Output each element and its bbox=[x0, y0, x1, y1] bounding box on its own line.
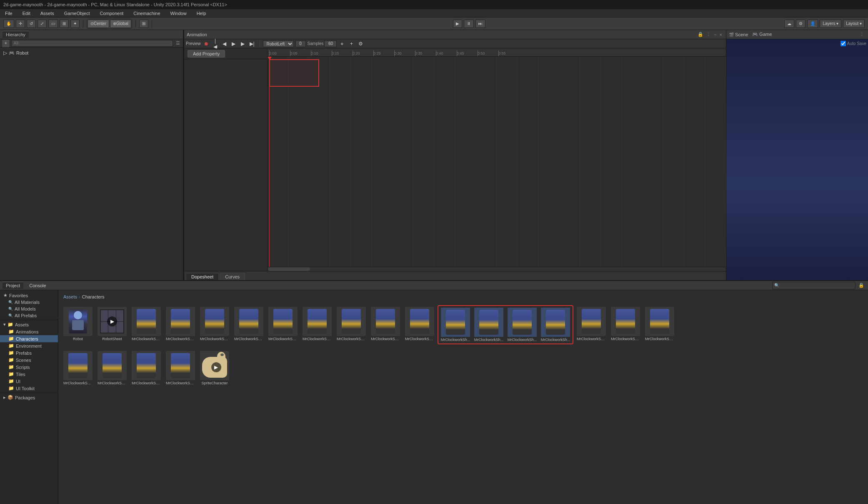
game-lock-btn[interactable]: ⋮ bbox=[858, 31, 865, 38]
pivot-space-btn[interactable]: ⊕ Global bbox=[110, 20, 131, 28]
asset-mrclock-4[interactable]: MrClockworkSh... bbox=[233, 305, 265, 344]
asset-mrclock-r2-1[interactable]: MrClockworkSh... bbox=[62, 349, 94, 387]
hierarchy-tab[interactable]: Hierarchy bbox=[3, 31, 29, 38]
anim-prev-key-btn[interactable]: |◀ bbox=[212, 40, 219, 48]
hierarchy-item-robot[interactable]: ▷ 🎮 Robot bbox=[2, 49, 181, 57]
collab-btn[interactable]: ☁ bbox=[784, 20, 794, 28]
project-tab[interactable]: Project bbox=[3, 282, 23, 289]
folder-prefabs[interactable]: 📁 Prefabs bbox=[0, 349, 58, 356]
asset-mrclock-sel-1[interactable]: MrClockworkSh... bbox=[439, 307, 472, 343]
menu-assets[interactable]: Assets bbox=[39, 10, 56, 17]
tool-rotate[interactable]: ↺ bbox=[27, 20, 36, 28]
pivot-center-btn[interactable]: ⊙ Center bbox=[88, 20, 109, 28]
anim-next-key-btn[interactable]: ▶| bbox=[248, 40, 256, 48]
tool-scale[interactable]: ⤢ bbox=[38, 20, 47, 28]
menu-component[interactable]: Component bbox=[98, 10, 125, 17]
grid-snap-btn[interactable]: ⊞ bbox=[139, 20, 148, 28]
anim-settings-btn[interactable]: ⚙ bbox=[357, 40, 364, 48]
asset-mrclock-sel-4[interactable]: MrClockworkSh... bbox=[539, 307, 572, 343]
anim-add-event-btn[interactable]: + bbox=[348, 40, 355, 48]
tool-rect[interactable]: ▭ bbox=[48, 20, 58, 28]
menu-edit[interactable]: Edit bbox=[21, 10, 32, 17]
play-btn[interactable]: ▶ bbox=[453, 20, 462, 28]
auto-save-checkbox[interactable] bbox=[840, 41, 846, 46]
asset-mrclock-r2-4[interactable]: MrClockworkSh... bbox=[164, 349, 197, 387]
anim-close-btn[interactable]: × bbox=[718, 32, 723, 38]
asset-mrclock-8[interactable]: MrClockworkSh... bbox=[369, 305, 402, 344]
timeline-ruler[interactable]: 0:00 0:05 0:10 0:15 0:20 0:25 bbox=[268, 48, 726, 57]
folder-ui[interactable]: 📁 UI bbox=[0, 378, 58, 385]
anim-prev-frame-btn[interactable]: ◀ bbox=[221, 40, 228, 48]
asset-mrclock-r2-3[interactable]: MrClockworkSh... bbox=[130, 349, 163, 387]
folder-packages[interactable]: ▸ 📦 Packages bbox=[0, 394, 58, 401]
scene-tab[interactable]: 🎬 Scene bbox=[729, 32, 748, 37]
asset-mrclock-1[interactable]: MrClockworkSh... bbox=[130, 305, 163, 344]
animation-clip-selector[interactable]: RobotLeft bbox=[263, 40, 294, 47]
folder-ui-toolkit[interactable]: 📁 UI Toolkit bbox=[0, 385, 58, 392]
tool-custom[interactable]: ✦ bbox=[70, 20, 80, 28]
asset-mrclock-10[interactable]: MrClockworkSh... bbox=[575, 305, 608, 344]
menu-gameobject[interactable]: GameObject bbox=[63, 10, 92, 17]
samples-input[interactable] bbox=[324, 40, 337, 47]
asset-mrclock-6[interactable]: MrClockworkSh... bbox=[301, 305, 333, 344]
folder-all-models[interactable]: 🔍 All Models bbox=[0, 306, 58, 312]
asset-mrclock-sel-2[interactable]: MrClockworkSh... bbox=[473, 307, 505, 343]
pause-btn[interactable]: ⏸ bbox=[464, 20, 474, 28]
folder-characters[interactable]: 📁 Characters bbox=[0, 335, 58, 342]
asset-sprite-character[interactable]: ▶ SpriteCharacter bbox=[198, 349, 231, 387]
folder-animations[interactable]: 📁 Animations bbox=[0, 328, 58, 335]
game-tab[interactable]: 🎮 Game bbox=[752, 32, 772, 37]
account-btn[interactable]: 👤 bbox=[807, 20, 818, 28]
anim-min-btn[interactable]: − bbox=[713, 32, 718, 38]
asset-mrclock-sel-3[interactable]: MrClockworkSh... bbox=[506, 307, 538, 343]
menu-help[interactable]: Help bbox=[195, 10, 208, 17]
folder-scripts[interactable]: 📁 Scripts bbox=[0, 364, 58, 371]
asset-mrclock-12[interactable]: MrClockworkSh... bbox=[643, 305, 676, 344]
folder-scenes[interactable]: 📁 Scenes bbox=[0, 356, 58, 364]
project-lock-btn[interactable]: 🔒 bbox=[857, 282, 865, 288]
tool-move[interactable]: ✛ bbox=[16, 20, 25, 28]
animation-frame-input[interactable] bbox=[295, 40, 306, 47]
asset-mrclock-7[interactable]: MrClockworkSh... bbox=[335, 305, 368, 344]
asset-robotsheet[interactable]: ▶ RobotSheet bbox=[96, 305, 128, 344]
asset-mrclock-5[interactable]: MrClockworkSh... bbox=[267, 305, 299, 344]
search-input[interactable] bbox=[781, 283, 853, 288]
layers-btn[interactable]: Layers ▾ bbox=[820, 20, 841, 28]
menu-window[interactable]: Window bbox=[169, 10, 188, 17]
add-property-button[interactable]: Add Property bbox=[188, 50, 225, 58]
anim-play-btn[interactable]: ▶ bbox=[230, 40, 238, 48]
hierarchy-content[interactable]: ▷ 🎮 Robot bbox=[0, 48, 183, 280]
layout-btn[interactable]: Layout ▾ bbox=[843, 20, 865, 28]
folder-tiles[interactable]: 📁 Tiles bbox=[0, 371, 58, 378]
animation-tab[interactable]: Animation bbox=[187, 32, 207, 37]
hierarchy-add-btn[interactable]: + bbox=[2, 39, 10, 48]
menu-file[interactable]: File bbox=[3, 10, 14, 17]
step-btn[interactable]: ⏭ bbox=[475, 20, 485, 28]
services-btn[interactable]: ⚙ bbox=[796, 20, 805, 28]
asset-mrclock-2[interactable]: MrClockworkSh... bbox=[164, 305, 197, 344]
anim-next-frame-btn[interactable]: ▶ bbox=[239, 40, 247, 48]
anim-lock-btn[interactable]: 🔒 bbox=[696, 31, 705, 38]
anim-curve-tangent-btn[interactable]: ⋄ bbox=[338, 40, 346, 48]
folder-favorites[interactable]: ★ Favorites bbox=[0, 292, 58, 299]
asset-mrclock-9[interactable]: MrClockworkSh... bbox=[403, 305, 436, 344]
anim-record-btn[interactable]: ⏺ bbox=[203, 40, 210, 48]
asset-mrclock-11[interactable]: MrClockworkSh... bbox=[609, 305, 642, 344]
menu-cinemachine[interactable]: Cinemachine bbox=[132, 10, 162, 17]
hierarchy-filter-btn[interactable]: ☰ bbox=[175, 40, 181, 46]
timeline-scrollbar[interactable] bbox=[268, 267, 726, 271]
asset-mrclock-3[interactable]: MrClockworkSh... bbox=[198, 305, 231, 344]
tool-transform[interactable]: ⊞ bbox=[60, 20, 69, 28]
hierarchy-search-input[interactable] bbox=[12, 40, 173, 47]
timeline-body[interactable] bbox=[268, 57, 726, 267]
folder-assets[interactable]: ▾ 📁 Assets bbox=[0, 321, 58, 328]
console-tab[interactable]: Console bbox=[26, 282, 49, 289]
tool-hand[interactable]: ✋ bbox=[3, 20, 14, 28]
folder-all-prefabs[interactable]: 🔍 All Prefabs bbox=[0, 312, 58, 319]
dopesheet-tab[interactable]: Dopesheet bbox=[186, 273, 219, 280]
sprite-character-play-btn[interactable]: ▶ bbox=[211, 362, 221, 372]
breadcrumb-root[interactable]: Assets bbox=[63, 294, 77, 299]
asset-robot[interactable]: Robot bbox=[62, 305, 94, 344]
anim-menu-btn[interactable]: ⋮ bbox=[705, 31, 712, 38]
asset-mrclock-r2-2[interactable]: MrClockworkSh... bbox=[96, 349, 128, 387]
